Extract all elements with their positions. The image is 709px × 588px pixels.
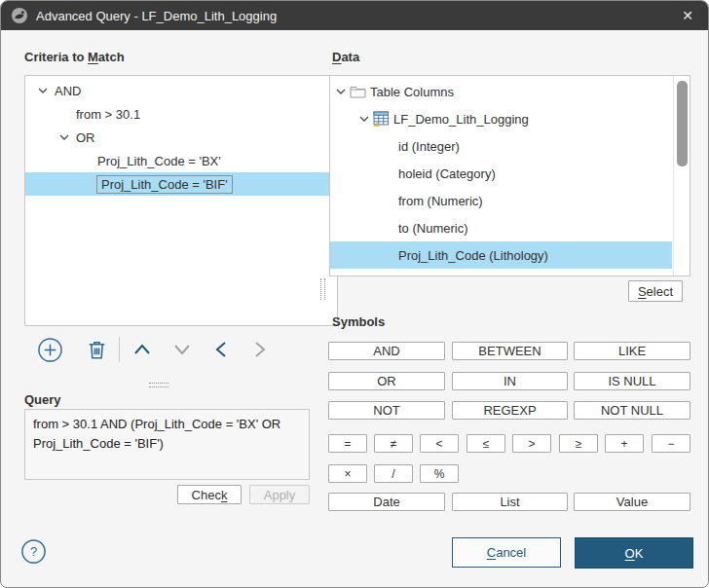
operator-less-equal-button[interactable]: ≤ (466, 434, 505, 453)
titlebar: Advanced Query - LF_Demo_Lith_Logging ✕ (1, 1, 709, 30)
symbol-between-button[interactable]: BETWEEN (452, 342, 568, 360)
chevron-down-icon[interactable] (334, 86, 348, 97)
trash-icon (85, 338, 109, 362)
data-tree: Table Columns LF_Demo_Lith_Logging id (I… (329, 75, 690, 276)
window-title: Advanced Query - LF_Demo_Lith_Logging (36, 9, 277, 23)
operator-minus-button[interactable]: − (652, 434, 690, 453)
app-icon (11, 7, 28, 24)
vertical-splitter-handle[interactable] (320, 278, 325, 300)
data-row-label: to (Numeric) (398, 221, 468, 236)
symbols-label: Symbols (332, 314, 385, 329)
horizontal-splitter-handle[interactable] (149, 383, 168, 387)
move-left-button[interactable] (207, 336, 235, 363)
data-row-label: Proj_Lith_Code (Lithology) (398, 248, 548, 263)
check-button[interactable]: Check (177, 485, 242, 504)
symbol-not-null-button[interactable]: NOT NULL (574, 401, 690, 420)
chevron-down-icon[interactable] (35, 85, 51, 96)
value-button[interactable]: Value (574, 493, 690, 511)
criteria-row-condition[interactable]: Proj_Lith_Code = 'BX' (25, 149, 337, 172)
operator-not-equals-button[interactable]: ≠ (374, 434, 413, 453)
help-button[interactable]: ? (20, 538, 47, 565)
criteria-row-label: Proj_Lith_Code = 'BIF' (96, 175, 233, 194)
criteria-row-condition[interactable]: from > 30.1 (25, 102, 337, 126)
operator-less-than-button[interactable]: < (420, 434, 459, 453)
symbol-or-button[interactable]: OR (328, 372, 445, 390)
data-row-column[interactable]: holeid (Category) (330, 160, 672, 187)
operator-plus-button[interactable]: + (605, 434, 644, 453)
symbol-not-button[interactable]: NOT (328, 401, 445, 420)
symbol-and-button[interactable]: AND (328, 342, 445, 360)
table-icon (373, 111, 390, 127)
chevron-down-icon (169, 337, 195, 362)
criteria-row-and[interactable]: AND (25, 79, 337, 102)
operator-greater-than-button[interactable]: > (512, 434, 551, 453)
cancel-button[interactable]: Cancel (452, 537, 561, 568)
operator-equals-button[interactable]: = (328, 434, 367, 453)
data-row-table-columns[interactable]: Table Columns (330, 78, 672, 105)
symbol-in-button[interactable]: IN (452, 372, 568, 390)
move-up-button[interactable] (129, 336, 156, 363)
list-button[interactable]: List (452, 493, 568, 511)
chevron-left-icon (208, 337, 234, 362)
criteria-label: Criteria to Match (24, 50, 125, 64)
select-button[interactable]: Select (628, 280, 683, 302)
data-row-label: id (Integer) (398, 139, 460, 154)
criteria-row-label: from > 30.1 (76, 107, 140, 122)
criteria-tree: AND from > 30.1 OR Proj_Lith_Code = 'BX'… (24, 75, 338, 326)
symbol-regexp-button[interactable]: REGEXP (452, 401, 568, 420)
criteria-row-label: Proj_Lith_Code = 'BX' (97, 154, 221, 168)
operator-divide-button[interactable]: / (374, 464, 413, 483)
data-row-label: LF_Demo_Lith_Logging (393, 112, 529, 127)
chevron-up-icon (130, 337, 155, 362)
operator-multiply-button[interactable]: × (328, 464, 367, 483)
data-row-label: Table Columns (370, 85, 454, 99)
folder-icon (350, 85, 366, 98)
query-text-box[interactable]: from > 30.1 AND (Proj_Lith_Code = 'BX' O… (24, 409, 310, 480)
toolbar-divider (119, 337, 120, 362)
operator-modulo-button[interactable]: % (420, 464, 459, 483)
move-down-button[interactable] (168, 336, 196, 363)
query-label: Query (24, 392, 61, 407)
data-row-column[interactable]: to (Numeric) (330, 214, 672, 241)
add-criteria-button[interactable] (36, 336, 63, 363)
data-row-label: from (Numeric) (398, 194, 483, 208)
help-icon: ? (20, 538, 47, 565)
chevron-down-icon[interactable] (357, 113, 371, 125)
scrollbar-thumb[interactable] (677, 81, 688, 166)
criteria-row-label: AND (55, 84, 81, 98)
ok-button[interactable]: OK (575, 537, 693, 569)
data-row-column-selected[interactable]: Proj_Lith_Code (Lithology) (330, 241, 672, 269)
chevron-right-icon (247, 337, 273, 362)
operator-greater-equal-button[interactable]: ≥ (559, 434, 598, 453)
symbol-like-button[interactable]: LIKE (574, 342, 690, 360)
svg-text:?: ? (30, 544, 37, 559)
data-row-label: holeid (Category) (398, 166, 496, 181)
date-button[interactable]: Date (328, 493, 445, 511)
criteria-row-condition-selected[interactable]: Proj_Lith_Code = 'BIF' (25, 172, 337, 196)
close-button[interactable]: ✕ (665, 1, 709, 30)
criteria-row-or[interactable]: OR (25, 126, 337, 149)
data-row-column[interactable]: id (Integer) (330, 132, 672, 160)
delete-criteria-button[interactable] (83, 336, 110, 363)
data-label: Data (332, 50, 359, 64)
advanced-query-dialog: Advanced Query - LF_Demo_Lith_Logging ✕ … (0, 0, 709, 588)
symbol-is-null-button[interactable]: IS NULL (574, 372, 690, 390)
data-row-table[interactable]: LF_Demo_Lith_Logging (330, 105, 672, 132)
move-right-button[interactable] (246, 336, 274, 363)
apply-button[interactable]: Apply (249, 485, 310, 504)
plus-circle-icon (37, 337, 63, 363)
scrollbar-track (673, 76, 674, 276)
data-row-column[interactable]: from (Numeric) (330, 187, 672, 214)
criteria-row-label: OR (76, 130, 95, 145)
close-icon: ✕ (682, 8, 693, 23)
chevron-down-icon[interactable] (56, 131, 72, 143)
